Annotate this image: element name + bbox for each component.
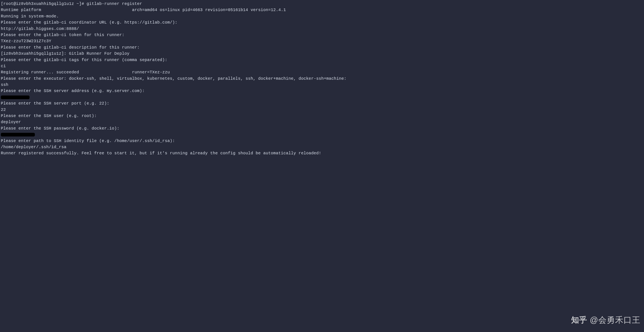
terminal-output: [root@iz8vbh3xuahhi5gqllg1u1z ~]# gitlab… [1,1,643,157]
output-line: Running in system-mode. [1,13,643,19]
output-line: Please enter the SSH server port (e.g. 2… [1,100,643,107]
output-line: Please enter the gitlab-ci token for thi… [1,32,643,38]
output-line: deployer [1,119,643,125]
output-line: TXez-zzuT23W231Z7c3Y [1,38,643,44]
output-line: Please enter the gitlab-ci tags for this… [1,57,643,63]
shell-prompt: [root@iz8vbh3xuahhi5gqllg1u1z ~]# [1,1,86,6]
output-line: [iz8vbh3xuahhi5gqllg1u1z]: Gitlab Runner… [1,51,643,57]
watermark: 知乎 @会勇禾口王 [571,314,640,326]
redacted-ssh-password [1,133,35,136]
watermark-text: @会勇禾口王 [590,314,640,326]
output-line: Runner registered successfully. Feel fre… [1,150,643,156]
redacted-ssh-address [1,95,30,99]
output-line: Please enter the SSH user (e.g. root): [1,113,643,119]
output-line: ssh [1,82,643,88]
output-line: 22 [1,107,643,113]
redacted-line [1,132,643,138]
redacted-line [1,94,643,100]
command-line: [root@iz8vbh3xuahhi5gqllg1u1z ~]# gitlab… [1,1,643,7]
output-line: Please enter the gitlab-ci coordinator U… [1,19,643,26]
output-line: Please enter the executor: docker-ssh, s… [1,76,643,82]
output-line: Please enter the SSH server address (e.g… [1,88,643,94]
output-line: Registering runner... succeeded runner=T… [1,69,643,75]
output-line: Please enter path to SSH identity file (… [1,138,643,144]
output-line: Please enter the gitlab-ci description f… [1,44,643,51]
command-text: gitlab-runner register [86,1,142,6]
output-line: http://gitlab.higgses.com:8888/ [1,26,643,32]
output-line: Please enter the SSH password (e.g. dock… [1,125,643,132]
output-line: Runtime platform arch=amd64 os=linux pid… [1,7,643,13]
zhihu-logo: 知乎 [571,314,587,326]
output-line: /home/deployer/.ssh/id_rsa [1,144,643,150]
output-line: ci [1,63,643,69]
